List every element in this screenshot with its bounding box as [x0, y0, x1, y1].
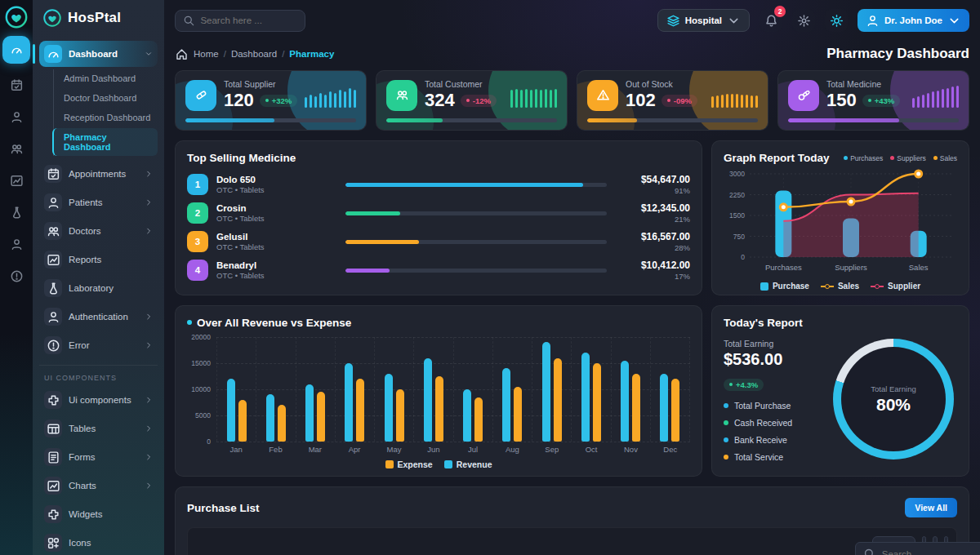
patient-icon[interactable]: [10, 110, 24, 124]
legend-item[interactable]: Purchase: [760, 282, 809, 291]
chart-icon: [44, 251, 62, 269]
view-all-button[interactable]: View All: [905, 498, 957, 517]
sidebar-item-patients[interactable]: Patients: [39, 189, 158, 215]
sidebar-item-authentication[interactable]: Authentication: [39, 304, 158, 330]
breadcrumb: Home / Dashboard / Pharmacy: [175, 47, 334, 61]
row-2: Top Selling Medicine 1 Dolo 650 OTC • Ta…: [175, 140, 969, 295]
sidebar-item-appointments[interactable]: Appointments: [39, 161, 158, 187]
error-icon: [44, 336, 62, 354]
sidebar-item-doctors[interactable]: Doctors: [39, 218, 158, 244]
delta-badge: +32%: [260, 95, 298, 107]
topbar-actions: Hospital 2 Dr. John Doe: [657, 9, 969, 32]
sidebar-item-icons[interactable]: Icons: [39, 530, 158, 555]
report-legend-item: Total Purchase: [724, 401, 830, 411]
sidebar-item-doctor-dashboard[interactable]: Doctor Dashboard: [59, 89, 158, 107]
sidebar-item-reception-dashboard[interactable]: Reception Dashboard: [59, 109, 158, 127]
rail-item-dashboard[interactable]: [2, 36, 30, 64]
search-icon: [183, 15, 194, 26]
purchase-list-panel: Purchase List View All: [175, 486, 969, 555]
report-legend-item: Cash Received: [724, 418, 830, 428]
home-icon: [175, 47, 189, 61]
table-icon: [44, 420, 62, 437]
row-3: Over All Revenue vs Expense 050001000015…: [175, 305, 969, 477]
svg-text:1500: 1500: [729, 211, 745, 220]
breadcrumb-dashboard[interactable]: Dashboard: [231, 49, 277, 59]
brand: HosPtal: [33, 0, 164, 38]
medicine-progress: [345, 269, 607, 273]
settings-button[interactable]: [792, 9, 815, 32]
list-item: 1 Dolo 650 OTC • Tablets $54,647.00 91%: [187, 174, 690, 195]
legend-item[interactable]: Expense: [385, 460, 433, 469]
bullet-icon: [187, 320, 192, 325]
breadcrumb-pharmacy: Pharmacy: [289, 49, 334, 59]
notifications-button[interactable]: 2: [760, 9, 782, 32]
warning-icon: [587, 80, 618, 111]
legend-item[interactable]: Supplier: [871, 282, 920, 291]
sidebar-item-ui-components[interactable]: Ui components: [39, 387, 158, 413]
legend-item[interactable]: Suppliers: [890, 154, 925, 162]
sparkline-chart: [711, 83, 759, 108]
sparkline-chart: [510, 83, 558, 108]
chevron-right-icon: [145, 313, 153, 321]
list-item: 4 Benadryl OTC • Tablets $10,412.00 17%: [187, 260, 690, 281]
chevron-down-icon: [947, 14, 961, 28]
chevron-down-icon: [145, 50, 153, 58]
legend-item[interactable]: Revenue: [444, 460, 492, 469]
theme-toggle-button[interactable]: [825, 9, 848, 32]
hospital-select[interactable]: Hospital: [657, 9, 750, 32]
panel-title: Purchase List: [187, 502, 260, 514]
sidebar-item-pharmacy-dashboard[interactable]: Pharmacy Dashboard: [52, 128, 158, 156]
gauge-icon: [44, 45, 62, 63]
layers-icon: [666, 14, 680, 28]
chart-legend: PurchaseSalesSupplier: [724, 282, 957, 291]
purchase-search-input[interactable]: [882, 549, 980, 555]
chevron-down-icon: [727, 14, 741, 28]
graph-report-panel: Graph Report Today PurchasesSuppliersSal…: [711, 140, 969, 295]
sidebar-item-laboratory[interactable]: Laboratory: [39, 275, 158, 301]
breadcrumb-row: Home / Dashboard / Pharmacy Pharmacy Das…: [175, 46, 969, 62]
chevron-right-icon: [145, 198, 153, 206]
sidebar-item-reports[interactable]: Reports: [39, 246, 158, 273]
sidebar-item-error[interactable]: Error: [39, 332, 158, 358]
sidebar-item-tables[interactable]: Tables: [39, 415, 158, 442]
revenue-expense-panel: Over All Revenue vs Expense 050001000015…: [175, 305, 702, 477]
svg-text:0: 0: [741, 253, 745, 261]
chevron-right-icon: [145, 482, 153, 490]
sidebar: HosPtal Dashboard Admin Dashboard Doctor…: [33, 0, 164, 555]
user-icon: [866, 14, 880, 28]
user-icon: [44, 308, 62, 326]
sidebar-item-forms[interactable]: Forms: [39, 444, 158, 470]
legend-item[interactable]: Sales: [821, 282, 859, 291]
sidebar-item-dashboard[interactable]: Dashboard: [39, 41, 158, 67]
chevron-right-icon: [145, 396, 153, 404]
brand-name: HosPtal: [68, 10, 121, 26]
todays-report-panel: Today's Report Total Earning $536.00 +4.…: [711, 305, 969, 477]
brand-logo-icon: [42, 8, 62, 28]
svg-text:750: 750: [733, 233, 745, 241]
authentication-icon[interactable]: [10, 238, 24, 251]
icons-grid-icon: [44, 534, 62, 552]
sidebar-item-widgets[interactable]: Widgets: [39, 501, 158, 527]
chart-icon: [44, 477, 62, 495]
chevron-right-icon: [145, 227, 153, 235]
sidebar-item-charts[interactable]: Charts: [39, 473, 158, 499]
user-menu[interactable]: Dr. John Doe: [858, 9, 969, 32]
breadcrumb-home[interactable]: Home: [194, 49, 219, 59]
panel-title: Today's Report: [724, 317, 957, 329]
laboratory-icon[interactable]: [10, 206, 24, 220]
doctor-icon[interactable]: [10, 142, 24, 156]
purchase-search-field: [855, 542, 980, 555]
notification-badge: 2: [774, 6, 786, 17]
sidebar-menu: Dashboard Admin Dashboard Doctor Dashboa…: [33, 38, 164, 555]
sun-icon: [830, 14, 844, 28]
legend-item[interactable]: Sales: [933, 154, 957, 162]
chart-x-labels: JanFebMarAprMayJunJulAugSepOctNovDec: [216, 445, 690, 454]
sidebar-item-admin-dashboard[interactable]: Admin Dashboard: [59, 69, 158, 87]
reports-icon[interactable]: [10, 174, 24, 188]
error-icon[interactable]: [10, 269, 24, 283]
gauge-icon: [10, 43, 24, 57]
calendar-icon[interactable]: [10, 78, 24, 92]
legend-item[interactable]: Purchases: [844, 154, 883, 162]
chart-legend: ExpenseRevenue: [187, 460, 690, 469]
search-input[interactable]: [200, 16, 297, 25]
